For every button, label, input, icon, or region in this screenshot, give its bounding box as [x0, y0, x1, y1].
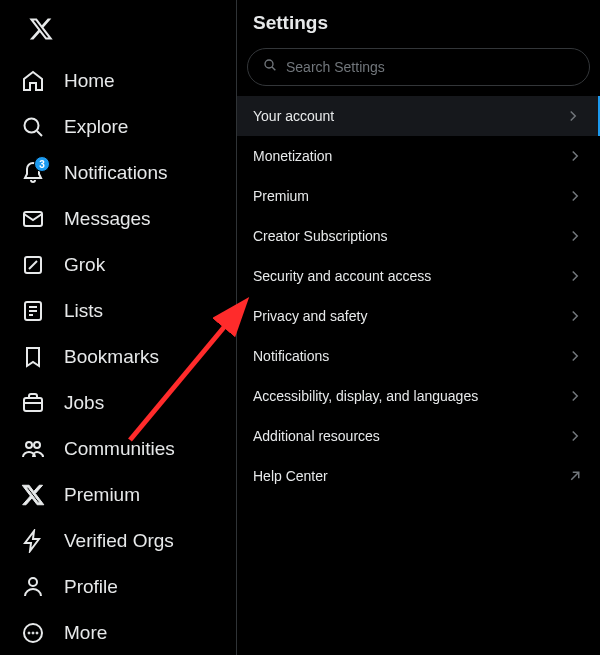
nav-label: Notifications [64, 162, 168, 184]
chevron-right-icon [566, 307, 584, 325]
chevron-right-icon [566, 387, 584, 405]
chevron-right-icon [564, 107, 582, 125]
sidebar-item-grok[interactable]: Grok [8, 242, 228, 288]
sidebar-item-profile[interactable]: Profile [8, 564, 228, 610]
settings-item-help[interactable]: Help Center [237, 456, 600, 496]
bookmark-icon [20, 344, 46, 370]
notification-badge: 3 [34, 156, 50, 172]
svg-line-4 [29, 261, 37, 269]
svg-point-17 [36, 632, 38, 634]
sidebar-item-lists[interactable]: Lists [8, 288, 228, 334]
sidebar-item-jobs[interactable]: Jobs [8, 380, 228, 426]
settings-item-additional[interactable]: Additional resources [237, 416, 600, 456]
sidebar-item-premium[interactable]: Premium [8, 472, 228, 518]
people-icon [20, 436, 46, 462]
nav-label: Home [64, 70, 115, 92]
bell-icon: 3 [20, 160, 46, 186]
sidebar-item-messages[interactable]: Messages [8, 196, 228, 242]
svg-point-18 [265, 60, 273, 68]
chevron-right-icon [566, 267, 584, 285]
grok-icon [20, 252, 46, 278]
nav-label: Grok [64, 254, 105, 276]
nav-label: Explore [64, 116, 128, 138]
svg-point-12 [34, 442, 40, 448]
settings-item-label: Premium [253, 188, 309, 204]
sidebar-item-verified-orgs[interactable]: Verified Orgs [8, 518, 228, 564]
settings-item-your-account[interactable]: Your account [237, 96, 600, 136]
settings-item-privacy[interactable]: Privacy and safety [237, 296, 600, 336]
settings-item-security[interactable]: Security and account access [237, 256, 600, 296]
more-circle-icon [20, 620, 46, 646]
settings-item-label: Accessibility, display, and languages [253, 388, 478, 404]
svg-point-13 [29, 578, 37, 586]
settings-item-monetization[interactable]: Monetization [237, 136, 600, 176]
search-input[interactable] [286, 59, 575, 75]
nav-label: Messages [64, 208, 151, 230]
svg-point-0 [25, 119, 39, 133]
svg-line-1 [37, 131, 42, 136]
chevron-right-icon [566, 227, 584, 245]
logo[interactable] [8, 8, 228, 58]
page-title: Settings [237, 0, 600, 42]
chevron-right-icon [566, 187, 584, 205]
svg-point-15 [28, 632, 30, 634]
settings-item-creator-subscriptions[interactable]: Creator Subscriptions [237, 216, 600, 256]
x-icon [20, 482, 46, 508]
chevron-right-icon [566, 427, 584, 445]
settings-item-accessibility[interactable]: Accessibility, display, and languages [237, 376, 600, 416]
chevron-right-icon [566, 147, 584, 165]
sidebar-item-home[interactable]: Home [8, 58, 228, 104]
nav-label: Jobs [64, 392, 104, 414]
settings-item-label: Monetization [253, 148, 332, 164]
search-box[interactable] [247, 48, 590, 86]
nav-label: Premium [64, 484, 140, 506]
home-icon [20, 68, 46, 94]
nav-label: Profile [64, 576, 118, 598]
main: Settings Your account Monetization Premi… [237, 0, 600, 655]
nav-label: More [64, 622, 107, 644]
settings-item-label: Creator Subscriptions [253, 228, 388, 244]
nav-label: Verified Orgs [64, 530, 174, 552]
settings-item-notifications[interactable]: Notifications [237, 336, 600, 376]
search-icon [20, 114, 46, 140]
svg-rect-9 [24, 398, 42, 411]
person-icon [20, 574, 46, 600]
settings-item-label: Your account [253, 108, 334, 124]
briefcase-icon [20, 390, 46, 416]
chevron-right-icon [566, 347, 584, 365]
settings-item-label: Additional resources [253, 428, 380, 444]
svg-point-11 [26, 442, 32, 448]
settings-item-label: Notifications [253, 348, 329, 364]
svg-line-19 [272, 67, 275, 70]
external-link-icon [566, 467, 584, 485]
sidebar: Home Explore 3 Notifications Messages [0, 0, 237, 655]
search-wrap [237, 42, 600, 96]
list-icon [20, 298, 46, 324]
sidebar-item-communities[interactable]: Communities [8, 426, 228, 472]
settings-item-premium[interactable]: Premium [237, 176, 600, 216]
lightning-icon [20, 528, 46, 554]
sidebar-item-explore[interactable]: Explore [8, 104, 228, 150]
sidebar-item-notifications[interactable]: 3 Notifications [8, 150, 228, 196]
settings-item-label: Security and account access [253, 268, 431, 284]
settings-list: Your account Monetization Premium Creato… [237, 96, 600, 496]
settings-item-label: Help Center [253, 468, 328, 484]
search-icon [262, 57, 278, 77]
nav-label: Lists [64, 300, 103, 322]
nav-label: Bookmarks [64, 346, 159, 368]
sidebar-item-bookmarks[interactable]: Bookmarks [8, 334, 228, 380]
nav-label: Communities [64, 438, 175, 460]
sidebar-item-more[interactable]: More [8, 610, 228, 655]
svg-point-16 [32, 632, 34, 634]
settings-item-label: Privacy and safety [253, 308, 367, 324]
envelope-icon [20, 206, 46, 232]
